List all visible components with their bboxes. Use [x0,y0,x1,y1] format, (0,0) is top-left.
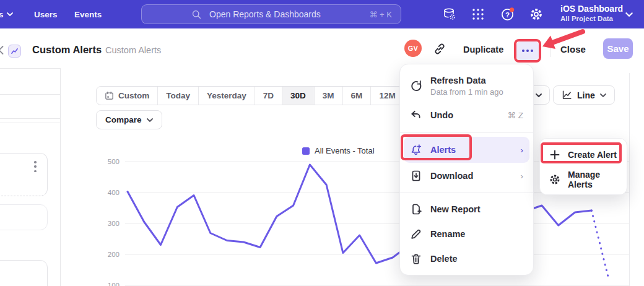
plus-icon [549,149,561,161]
bell-plus-icon [410,144,422,156]
submenu-item-create-alert[interactable]: Create Alert [540,142,627,167]
menu-item-rename[interactable]: Rename [400,222,533,246]
report-options-menu: Refresh Data Data from 1 min ago Undo ⌘ … [399,64,534,275]
gear-icon [549,173,561,186]
chart-legend[interactable]: All Events - Total [302,146,375,155]
menu-item-undo[interactable]: Undo ⌘ Z [400,102,533,129]
menu-item-new-report[interactable]: New Report [400,197,533,222]
menu-item-download[interactable]: Download › [400,163,533,189]
trash-icon [410,253,422,265]
submenu-item-manage-alerts[interactable]: Manage Alerts [540,167,627,192]
submenu-chevron: › [521,171,524,181]
file-plus-icon [410,203,422,215]
menu-divider [400,132,533,133]
refresh-icon [410,80,422,92]
menu-item-delete[interactable]: Delete [400,246,533,271]
submenu-chevron: › [521,145,524,155]
svg-text:500: 500 [108,158,120,165]
svg-text:200: 200 [108,251,120,258]
alerts-submenu: Create Alert Manage Alerts [539,138,627,195]
pencil-icon [410,228,422,240]
undo-shortcut: ⌘ Z [508,110,524,120]
svg-text:100: 100 [108,282,120,286]
chevron-down-icon [536,93,542,97]
svg-text:300: 300 [108,220,120,227]
undo-icon [410,109,422,121]
legend-label: All Events - Total [315,146,375,155]
menu-divider [400,193,533,193]
refresh-data-freshness: Data from 1 min ago [430,87,503,97]
legend-swatch [302,147,310,155]
menu-item-refresh-data[interactable]: Refresh Data Data from 1 min ago [400,71,533,102]
download-icon [410,170,422,182]
svg-text:400: 400 [108,189,120,196]
menu-item-alerts[interactable]: Alerts › [404,137,529,163]
